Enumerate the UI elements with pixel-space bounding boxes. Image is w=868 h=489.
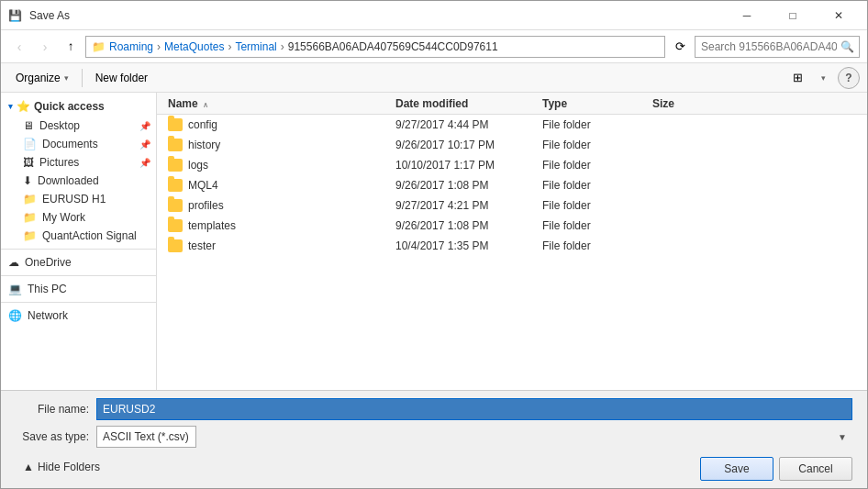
file-name-history: history	[157, 139, 395, 151]
file-row-logs[interactable]: logs 10/10/2017 1:17 PM File folder	[157, 155, 867, 175]
sidebar-item-quantaction[interactable]: 📁 QuantAction Signal	[1, 227, 156, 245]
desktop-icon: 🖥	[23, 119, 34, 132]
back-button[interactable]: ‹	[8, 36, 30, 58]
sidebar-item-thispc[interactable]: 💻 This PC	[1, 280, 156, 298]
sidebar-item-documents[interactable]: 📄 Documents 📌	[1, 135, 156, 153]
thispc-icon: 💻	[8, 283, 22, 295]
folder-icon-config	[168, 118, 183, 131]
folder-icon-mql4	[168, 179, 183, 192]
file-date-mql4: 9/26/2017 1:08 PM	[395, 179, 542, 192]
new-folder-label: New folder	[95, 72, 148, 84]
breadcrumb-terminal[interactable]: Terminal	[235, 40, 276, 53]
file-type-templates: File folder	[542, 219, 652, 232]
organize-chevron-icon: ▾	[64, 73, 69, 83]
hide-folders-button[interactable]: ▲ Hide Folders	[16, 457, 107, 477]
save-button[interactable]: Save	[700, 457, 773, 481]
quantaction-folder-icon: 📁	[23, 229, 37, 242]
main-area: ▾ ⭐ Quick access 🖥 Desktop 📌 📄 Documents…	[1, 93, 867, 390]
column-name-header[interactable]: Name ∧	[157, 97, 395, 110]
breadcrumb-folder-icon: 📁	[92, 40, 106, 53]
save-as-dialog: 💾 Save As ─ □ ✕ ‹ › ↑ 📁 Roaming › MetaQu…	[0, 0, 868, 489]
quick-access-label: Quick access	[34, 100, 105, 113]
column-type-header[interactable]: Type	[542, 97, 652, 110]
sidebar-item-onedrive[interactable]: ☁ OneDrive	[1, 253, 156, 272]
hide-folders-chevron-icon: ▲	[23, 461, 34, 473]
sidebar: ▾ ⭐ Quick access 🖥 Desktop 📌 📄 Documents…	[1, 93, 157, 390]
bottom-section: File name: document.querySelector('[data…	[1, 390, 867, 488]
file-name-templates: templates	[157, 219, 395, 232]
refresh-icon: ⟳	[675, 39, 685, 53]
documents-icon: 📄	[23, 138, 37, 150]
folder-icon-logs	[168, 159, 183, 172]
view-options-button[interactable]: ⊞	[786, 67, 808, 89]
eurusd-folder-icon: 📁	[23, 193, 37, 206]
filetype-select[interactable]: ASCII Text (*.csv)	[96, 426, 196, 448]
new-folder-button[interactable]: New folder	[88, 67, 155, 89]
file-date-templates: 9/26/2017 1:08 PM	[395, 219, 542, 232]
pin-icon-pics: 📌	[139, 158, 150, 168]
quick-access-chevron-icon: ▾	[8, 102, 13, 111]
file-row-history[interactable]: history 9/26/2017 10:17 PM File folder	[157, 135, 867, 155]
column-date-header[interactable]: Date modified	[395, 97, 542, 110]
sidebar-item-mywork-label: My Work	[42, 211, 85, 224]
folder-icon-templates	[168, 219, 183, 232]
breadcrumb-metaquotes[interactable]: MetaQuotes	[164, 40, 224, 53]
organize-button[interactable]: Organize ▾	[8, 67, 76, 89]
sidebar-item-desktop[interactable]: 🖥 Desktop 📌	[1, 117, 156, 135]
toolbar: Organize ▾ New folder ⊞ ▾ ?	[1, 63, 867, 93]
file-date-config: 9/27/2017 4:44 PM	[395, 118, 542, 131]
refresh-button[interactable]: ⟳	[669, 36, 691, 58]
title-bar-left: 💾 Save As	[8, 9, 70, 22]
up-button[interactable]: ↑	[60, 36, 82, 58]
sort-indicator: ∧	[203, 101, 208, 109]
title-bar: 💾 Save As ─ □ ✕	[1, 1, 867, 30]
breadcrumb: 📁 Roaming › MetaQuotes › Terminal › 9155…	[85, 36, 665, 58]
file-row-tester[interactable]: tester 10/4/2017 1:35 PM File folder	[157, 236, 867, 256]
filetype-label: Save as type:	[16, 430, 89, 443]
close-button[interactable]: ✕	[818, 1, 860, 30]
folder-icon-history	[168, 139, 183, 151]
filename-label: File name:	[16, 403, 89, 416]
help-button[interactable]: ?	[838, 67, 860, 89]
file-row-config[interactable]: config 9/27/2017 4:44 PM File folder	[157, 115, 867, 135]
sidebar-item-downloaded[interactable]: ⬇ Downloaded	[1, 172, 156, 190]
filetype-row: Save as type: ASCII Text (*.csv)	[16, 426, 852, 448]
sidebar-item-quantaction-label: QuantAction Signal	[42, 229, 137, 242]
toolbar-right: ⊞ ▾ ?	[786, 67, 860, 89]
search-input[interactable]	[695, 36, 860, 58]
sidebar-item-mywork[interactable]: 📁 My Work	[1, 208, 156, 227]
filename-row: File name: document.querySelector('[data…	[16, 398, 852, 420]
sidebar-item-eurusd-label: EURUSD H1	[42, 193, 106, 206]
sidebar-quick-access-header[interactable]: ▾ ⭐ Quick access	[1, 96, 156, 117]
file-name-profiles: profiles	[157, 199, 395, 212]
sidebar-item-pictures-label: Pictures	[39, 156, 79, 169]
onedrive-icon: ☁	[8, 256, 19, 269]
file-name-config: config	[157, 118, 395, 131]
view-chevron-icon: ▾	[821, 73, 826, 83]
file-row-profiles[interactable]: profiles 9/27/2017 4:21 PM File folder	[157, 195, 867, 216]
sidebar-item-network[interactable]: 🌐 Network	[1, 306, 156, 325]
file-type-logs: File folder	[542, 159, 652, 172]
cancel-button[interactable]: Cancel	[779, 457, 852, 481]
sidebar-item-eurusd[interactable]: 📁 EURUSD H1	[1, 190, 156, 208]
sidebar-item-network-label: Network	[28, 309, 68, 322]
form-buttons: Save Cancel	[700, 457, 852, 481]
column-size-header[interactable]: Size	[652, 97, 726, 110]
minimize-button[interactable]: ─	[726, 1, 768, 30]
forward-button[interactable]: ›	[34, 36, 56, 58]
file-row-templates[interactable]: templates 9/26/2017 1:08 PM File folder	[157, 216, 867, 236]
file-row-mql4[interactable]: MQL4 9/26/2017 1:08 PM File folder	[157, 175, 867, 195]
sidebar-divider-2	[1, 275, 156, 276]
file-type-history: File folder	[542, 139, 652, 151]
sidebar-item-pictures[interactable]: 🖼 Pictures 📌	[1, 153, 156, 172]
window-title: Save As	[29, 9, 70, 22]
view-dropdown-button[interactable]: ▾	[812, 67, 834, 89]
file-type-config: File folder	[542, 118, 652, 131]
breadcrumb-roaming[interactable]: Roaming	[109, 40, 153, 53]
maximize-button[interactable]: □	[772, 1, 814, 30]
filename-input[interactable]	[96, 398, 852, 420]
downloaded-icon: ⬇	[23, 174, 32, 187]
nav-bar: ‹ › ↑ 📁 Roaming › MetaQuotes › Terminal …	[1, 30, 867, 63]
hide-folders-label: Hide Folders	[38, 461, 100, 473]
folder-icon-profiles	[168, 199, 183, 212]
